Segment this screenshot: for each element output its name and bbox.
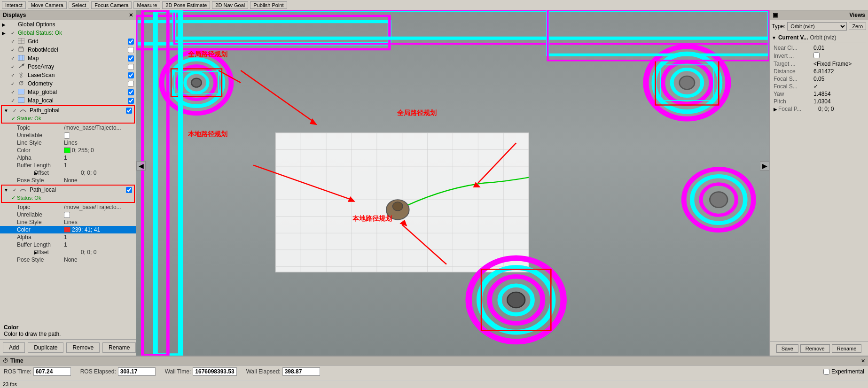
checkbox-laserscan[interactable] xyxy=(128,72,134,78)
remove-view-button[interactable]: Remove xyxy=(800,344,830,353)
prop-row-color-local[interactable]: Color 239; 41; 41 xyxy=(0,226,136,233)
display-row-map-local[interactable]: ✓ Map_local xyxy=(0,96,136,105)
checkbox-odometry[interactable] xyxy=(128,81,134,87)
svg-point-51 xyxy=(684,169,753,230)
display-row-posearray[interactable]: ✓ PoseArray xyxy=(0,62,136,71)
toolbar-interact-btn[interactable]: Interact xyxy=(2,1,26,9)
color-value-global: 0; 255; 0 xyxy=(72,147,94,154)
toolbar-2d-nav-btn[interactable]: 2D Nav Goal xyxy=(212,1,248,9)
prop-invert: Invert ... xyxy=(772,52,866,60)
prop-value-yaw[interactable]: 1.4854 xyxy=(813,91,864,97)
svg-line-63 xyxy=(241,70,313,122)
duplicate-button[interactable]: Duplicate xyxy=(28,342,63,353)
display-row-laserscan[interactable]: ✓ LaserScan xyxy=(0,71,136,79)
svg-rect-49 xyxy=(656,61,719,105)
checkbox-invert[interactable] xyxy=(813,52,820,58)
save-button[interactable]: Save xyxy=(776,344,798,353)
svg-point-59 xyxy=(507,292,525,308)
check-map-global: ✓ xyxy=(9,89,16,95)
prop-value-focal-s2: ✓ xyxy=(813,83,864,90)
map-icon xyxy=(18,55,25,62)
viewport-nav-left[interactable]: ◀ xyxy=(136,161,146,171)
prop-row-alpha-local: Alpha 1 xyxy=(0,233,136,241)
svg-rect-15 xyxy=(18,89,24,94)
toolbar-2d-pose-btn[interactable]: 2D Pose Estimate xyxy=(162,1,210,9)
toolbar-publish-point-btn[interactable]: Publish Point xyxy=(250,1,287,9)
prop-value-topic-local[interactable]: /move_base/Trajecto... xyxy=(64,204,134,210)
prop-value-distance[interactable]: 6.81472 xyxy=(813,68,864,75)
expand-arrow-path-global[interactable]: ▼ xyxy=(4,108,9,113)
prop-name-focal-s1: Focal S... xyxy=(774,76,813,82)
expand-arrow-path-local[interactable]: ▼ xyxy=(4,187,9,193)
time-close[interactable]: ✕ xyxy=(861,358,865,364)
checkbox-path-local[interactable] xyxy=(126,187,132,193)
fps-bar: 23 fps xyxy=(0,380,868,388)
prop-value-color-local[interactable]: 239; 41; 41 xyxy=(64,226,134,233)
checkbox-map[interactable] xyxy=(128,55,134,62)
prop-value-color-global[interactable]: 0; 255; 0 xyxy=(64,147,134,154)
display-row-path-local-status[interactable]: ✓ Status: Ok xyxy=(2,194,134,202)
checkbox-posearray[interactable] xyxy=(128,64,134,70)
svg-line-69 xyxy=(402,225,446,264)
ros-time-field: ROS Time: 607.24 xyxy=(4,367,71,376)
experimental-label: Experimental xyxy=(831,368,864,375)
prop-value-topic-global[interactable]: /move_base/Trajecto... xyxy=(64,124,134,131)
display-row-robotmodel[interactable]: ✓ RobotModel xyxy=(0,46,136,54)
annotation-global-topleft: 全局路径规划 xyxy=(188,50,227,59)
display-row-path-global[interactable]: ▼ ✓ Path_global xyxy=(2,106,134,115)
prop-pitch: Pitch 1.0304 xyxy=(772,98,866,105)
toolbar-measure-btn[interactable]: Measure xyxy=(133,1,160,9)
checkbox-robotmodel[interactable] xyxy=(128,47,134,53)
type-select[interactable]: Orbit (rviz) xyxy=(787,22,847,31)
add-button[interactable]: Add xyxy=(3,342,25,353)
expand-offset-global[interactable]: ▶ xyxy=(17,171,34,176)
ros-elapsed-value: 303.17 xyxy=(118,367,156,376)
experimental-checkbox[interactable] xyxy=(823,369,829,375)
prop-row-unreliable-local: Unreliable xyxy=(0,211,136,218)
displays-panel-title: Displays xyxy=(3,12,26,18)
viewport-nav-right[interactable]: ▶ xyxy=(760,161,769,171)
checkbox-map-local[interactable] xyxy=(128,98,134,104)
svg-point-9 xyxy=(20,76,22,78)
display-row-map[interactable]: ✓ Map xyxy=(0,54,136,62)
rename-button[interactable]: Rename xyxy=(102,342,136,353)
prop-name-topic-local: Topic xyxy=(17,204,64,210)
time-header: ⏱ Time ✕ xyxy=(0,357,868,365)
toolbar-select-btn[interactable]: Select xyxy=(69,1,90,9)
prop-name-near-cl: Near Cl... xyxy=(774,45,813,51)
views-panel: ▣ Views Type: Orbit (rviz) Zero ▼ Curren… xyxy=(769,10,868,356)
display-row-global-options[interactable]: ▶ Global Options xyxy=(0,20,136,29)
display-row-odometry[interactable]: ✓ Odometry xyxy=(0,79,136,88)
toolbar-focus-camera-btn[interactable]: Focus Camera xyxy=(91,1,132,9)
focal-p-expand[interactable]: ▶ xyxy=(774,107,777,112)
check-path-local: ✓ xyxy=(11,187,18,193)
viewport[interactable]: 全局路径规划 全局路径规划 本地路径规划 本地路径规划 ◀ ▶ xyxy=(136,10,769,356)
path-local-container: ▼ ✓ Path_local ✓ Status: Ok xyxy=(1,185,135,203)
remove-button[interactable]: Remove xyxy=(66,342,100,353)
prop-name-offset-global: Offset xyxy=(34,170,81,176)
displays-panel-close[interactable]: ✕ xyxy=(129,12,133,18)
prop-distance: Distance 6.81472 xyxy=(772,68,866,75)
time-icon: ⏱ xyxy=(3,357,8,364)
checkbox-map-global[interactable] xyxy=(128,89,134,95)
checkbox-grid[interactable] xyxy=(128,39,134,45)
viewport-overlay xyxy=(136,10,769,356)
toolbar-move-camera-btn[interactable]: Move Camera xyxy=(28,1,67,9)
current-view-expand[interactable]: ▼ xyxy=(772,35,776,40)
rename-view-button[interactable]: Rename xyxy=(832,344,862,353)
svg-point-46 xyxy=(663,62,711,104)
checkbox-unreliable-global[interactable] xyxy=(64,132,70,139)
displays-panel-header: Displays ✕ xyxy=(0,10,136,20)
display-row-global-status[interactable]: ▶ ✓ Global Status: Ok xyxy=(0,29,136,37)
display-row-grid[interactable]: ✓ Grid xyxy=(0,37,136,46)
zero-button[interactable]: Zero xyxy=(849,23,866,30)
display-row-map-global[interactable]: ✓ Map_global xyxy=(0,88,136,96)
prop-value-focal-s1[interactable]: 0.05 xyxy=(813,76,864,82)
expand-offset-local[interactable]: ▶ xyxy=(17,250,34,255)
display-row-path-global-status[interactable]: ✓ Status: Ok xyxy=(2,115,134,123)
checkbox-unreliable-local[interactable] xyxy=(64,212,70,218)
checkbox-path-global[interactable] xyxy=(126,108,132,114)
prop-value-pitch[interactable]: 1.0304 xyxy=(813,98,864,105)
display-row-path-local[interactable]: ▼ ✓ Path_local xyxy=(2,186,134,194)
svg-point-47 xyxy=(672,70,703,96)
